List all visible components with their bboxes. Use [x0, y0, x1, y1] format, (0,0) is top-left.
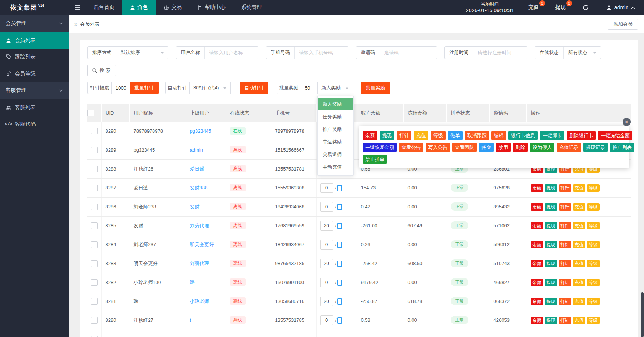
- parent-user-link[interactable]: 发财888: [190, 185, 208, 191]
- inject-input[interactable]: [320, 259, 333, 268]
- row-action-button[interactable]: 提现: [545, 260, 557, 267]
- row-action-button[interactable]: 打针: [559, 222, 571, 229]
- reward-option[interactable]: 交易返佣: [318, 148, 353, 161]
- row-action-button[interactable]: 等级: [587, 260, 600, 267]
- reward-option[interactable]: 幸运奖励: [318, 136, 353, 148]
- row-action-button[interactable]: 等级: [587, 203, 600, 211]
- row-action-button[interactable]: 充值: [573, 279, 585, 286]
- popup-action-button[interactable]: 设为假人: [530, 143, 554, 152]
- parent-user-link[interactable]: 明天会更好: [190, 242, 214, 247]
- parent-user-link[interactable]: t: [190, 317, 191, 323]
- row-action-button[interactable]: 余额: [531, 184, 543, 192]
- batch-reward-input[interactable]: [303, 85, 316, 91]
- parent-user-link[interactable]: 发财: [190, 204, 200, 209]
- reward-type-select[interactable]: 新人奖励 新人奖励任务奖励推广奖励幸运奖励交易返佣手动充值: [317, 82, 353, 94]
- row-checkbox[interactable]: [91, 336, 98, 337]
- parent-user-link[interactable]: 小玲老师: [190, 298, 209, 304]
- popup-action-button[interactable]: 银行卡信息: [508, 131, 538, 140]
- row-checkbox[interactable]: [91, 317, 98, 324]
- popup-action-button[interactable]: 写入公告: [426, 143, 450, 152]
- plan-icon[interactable]: [337, 242, 342, 248]
- popup-action-button[interactable]: 查看团队: [452, 143, 477, 152]
- top-menu-item[interactable]: 帮助中心: [190, 0, 233, 15]
- row-action-button[interactable]: 提现: [545, 298, 557, 305]
- row-action-button[interactable]: 提现: [545, 279, 557, 286]
- row-action-button[interactable]: 打针: [559, 317, 571, 324]
- popup-action-button[interactable]: 充值记录: [557, 143, 581, 152]
- plan-icon[interactable]: [337, 280, 342, 286]
- row-action-button[interactable]: 充值: [573, 222, 585, 229]
- popup-action-button[interactable]: 删除银行卡: [567, 131, 596, 140]
- row-action-button[interactable]: 余额: [531, 279, 543, 286]
- row-action-button[interactable]: 充值: [573, 260, 585, 267]
- filter-input[interactable]: [295, 47, 348, 59]
- recharge-nav-button[interactable]: 充值 0: [520, 0, 547, 15]
- plan-icon[interactable]: [337, 223, 342, 229]
- popup-action-button[interactable]: 做单: [448, 131, 463, 140]
- inject-input[interactable]: [320, 297, 333, 306]
- inject-input[interactable]: [320, 183, 333, 193]
- popup-action-button[interactable]: 一键冻结金额: [598, 131, 632, 140]
- row-checkbox[interactable]: [91, 128, 98, 134]
- top-menu-item[interactable]: 交易: [156, 0, 190, 15]
- withdraw-nav-button[interactable]: 提现 0: [547, 0, 574, 15]
- row-checkbox[interactable]: [91, 204, 98, 210]
- row-action-button[interactable]: 余额: [531, 317, 543, 324]
- row-action-button[interactable]: 提现: [545, 203, 557, 211]
- parent-user-link[interactable]: 璐: [190, 280, 195, 285]
- inject-input[interactable]: [320, 278, 333, 287]
- popup-action-button[interactable]: 余额: [363, 131, 377, 140]
- inject-range-input[interactable]: [113, 85, 128, 91]
- popup-action-button[interactable]: 提现记录: [583, 143, 608, 152]
- row-action-button[interactable]: 打针: [559, 241, 571, 248]
- top-menu-item[interactable]: 系统管理: [233, 0, 270, 15]
- filter-select[interactable]: 所有状态: [564, 47, 601, 59]
- popup-action-button[interactable]: 充值: [414, 131, 428, 140]
- refresh-button[interactable]: [574, 0, 597, 15]
- batch-reward-button[interactable]: 批量奖励: [361, 82, 390, 94]
- row-checkbox[interactable]: [91, 279, 98, 286]
- row-action-button[interactable]: 打针: [559, 184, 571, 192]
- parent-user-link[interactable]: 刘菊代理: [190, 261, 209, 266]
- inject-input[interactable]: [320, 221, 333, 231]
- row-action-button[interactable]: 充值: [573, 317, 585, 324]
- row-action-button[interactable]: 余额: [531, 298, 543, 305]
- inject-input[interactable]: [320, 315, 333, 325]
- popup-action-button[interactable]: 账变: [479, 143, 494, 152]
- popup-close-button[interactable]: ×: [623, 118, 631, 126]
- row-action-button[interactable]: 充值: [573, 184, 585, 192]
- row-checkbox[interactable]: [91, 260, 98, 267]
- row-action-button[interactable]: 余额: [531, 241, 543, 248]
- sidebar-item[interactable]: 会员等级: [0, 65, 69, 82]
- row-action-button[interactable]: 余额: [531, 203, 543, 211]
- auto-inject-select[interactable]: 30打针(代4): [189, 82, 231, 94]
- sidebar-group[interactable]: 会员管理: [0, 15, 69, 32]
- top-menu-item[interactable]: 角色: [122, 0, 156, 15]
- reward-option[interactable]: 推广奖励: [318, 123, 353, 136]
- row-action-button[interactable]: 等级: [587, 298, 600, 305]
- popup-action-button[interactable]: 禁用: [496, 143, 511, 152]
- row-action-button[interactable]: 余额: [531, 222, 543, 229]
- batch-inject-button[interactable]: 批量打针: [130, 82, 159, 94]
- row-action-button[interactable]: 打针: [559, 260, 571, 267]
- add-member-button[interactable]: 添加会员: [608, 19, 638, 30]
- plan-icon[interactable]: [337, 185, 342, 191]
- sidebar-item[interactable]: </>客服代码: [0, 116, 69, 132]
- reward-option[interactable]: 新人奖励: [318, 98, 353, 110]
- parent-user-link[interactable]: pg323445: [190, 128, 211, 134]
- row-action-button[interactable]: 等级: [587, 184, 600, 192]
- filter-input[interactable]: [380, 47, 437, 59]
- popup-action-button[interactable]: 一键恢复金额: [363, 143, 397, 152]
- popup-action-button[interactable]: 编辑: [491, 131, 506, 140]
- row-action-button[interactable]: 提现: [545, 222, 557, 229]
- search-button[interactable]: 搜索: [87, 65, 116, 76]
- row-checkbox[interactable]: [91, 166, 98, 172]
- parent-user-link[interactable]: 爱日遥: [190, 166, 204, 172]
- row-action-button[interactable]: 充值: [573, 241, 585, 248]
- row-action-button[interactable]: 充值: [573, 298, 585, 305]
- row-action-button[interactable]: 余额: [531, 260, 543, 267]
- reward-option[interactable]: 手动充值: [318, 161, 353, 174]
- row-action-button[interactable]: 提现: [545, 241, 557, 248]
- row-checkbox[interactable]: [91, 222, 98, 229]
- row-action-button[interactable]: 充值: [573, 203, 585, 211]
